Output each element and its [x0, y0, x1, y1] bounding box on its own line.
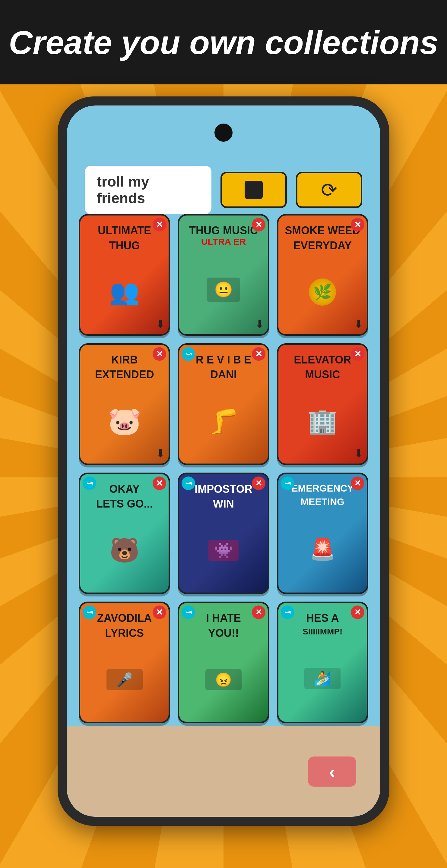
card-image-2: 😐	[184, 250, 263, 330]
card-hes-a-simp[interactable]: ✕ ⤻ HES A SIIIIIMMP! 🏄	[277, 601, 368, 723]
card-title-2: THUG MUSIC	[189, 224, 258, 237]
camera-notch	[214, 124, 233, 142]
card-title-3: SMOKE WEED	[285, 224, 360, 237]
card-image-5: 🦵	[184, 384, 263, 459]
close-icon-12[interactable]: ✕	[351, 606, 364, 619]
card-emergency-meeting[interactable]: ✕ ⤻ EMERGENCY MEETING 🚨	[277, 472, 368, 594]
collection-name-input[interactable]: troll my friends	[85, 166, 211, 214]
card-emoji-9: 🚨	[309, 537, 336, 561]
card-zavodila-lyrics[interactable]: ✕ ⤻ Zavodila LYRICS 🎤	[79, 601, 170, 723]
card-image-11: 😠	[184, 642, 263, 717]
share-icon-8[interactable]: ⤻	[182, 476, 195, 490]
back-button[interactable]: ‹	[308, 756, 356, 786]
card-inner-12: 🏄	[304, 668, 340, 689]
share-icon-10[interactable]: ⤻	[83, 606, 96, 619]
close-icon-2[interactable]: ✕	[252, 218, 265, 231]
refresh-icon: ⟳	[321, 179, 337, 201]
card-inner-8: 👾	[208, 540, 239, 561]
card-emoji-6: 🏢	[307, 407, 337, 435]
download-icon-2[interactable]: ⬇	[255, 318, 264, 331]
card-i-hate-you[interactable]: ✕ ⤻ I HATE YOU!! 😠	[178, 601, 269, 723]
card-title-5: R E V I B E	[196, 354, 251, 366]
card-title2-10: LYRICS	[105, 627, 144, 639]
sound-grid: ✕ ULTIMATE THUG 👥 ⬇ ✕ THUG MUSIC ULTRA E…	[79, 214, 368, 723]
controls-row: troll my friends ⟳	[85, 166, 362, 214]
stop-button[interactable]	[220, 172, 287, 208]
refresh-button[interactable]: ⟳	[296, 172, 362, 208]
page-title: Create you own collections	[9, 23, 438, 61]
card-title-12: HES A	[306, 612, 339, 624]
card-emoji-4: 🐷	[108, 405, 142, 437]
card-title2-8: WIN	[213, 498, 234, 510]
download-icon-3[interactable]: ⬇	[354, 318, 363, 331]
card-title-8: IMPOSTOR	[195, 483, 252, 495]
phone-frame: troll my friends ⟳ ✕ ULTIMATE THUG 👥	[58, 96, 389, 826]
card-impostor-win[interactable]: ✕ ⤻ IMPOSTOR WIN 👾	[178, 472, 269, 594]
card-kirb-extended[interactable]: ✕ KIRB EXTENDED 🐷 ⬇	[79, 343, 170, 465]
download-icon-4[interactable]: ⬇	[156, 447, 165, 460]
card-inner-10: 🎤	[107, 669, 143, 690]
stop-icon	[245, 181, 263, 199]
card-elevator-music[interactable]: ✕ ELEVATOR MUSIC 🏢 ⬇	[277, 343, 368, 465]
card-title2-9: MEETING	[300, 497, 345, 507]
card-okay-lets-go[interactable]: ✕ ⤻ OKAY LETS GO... 🐻	[79, 472, 170, 594]
top-header: Create you own collections	[0, 0, 447, 84]
card-image-12: 🏄	[283, 640, 362, 717]
weed-circle: 🌿	[309, 278, 336, 306]
card-image-9: 🚨	[283, 510, 362, 588]
card-face-2: 😐	[207, 278, 240, 302]
card-inner-11: 😠	[205, 669, 242, 690]
card-title2-1: THUG	[109, 240, 140, 252]
share-icon-5[interactable]: ⤻	[182, 347, 195, 361]
card-title2-11: YOU!!	[208, 627, 239, 639]
card-title-7: OKAY	[109, 483, 140, 495]
card-title-11: I HATE	[206, 612, 241, 624]
card-smoke-weed[interactable]: ✕ SMOKE WEED EVERYDAY 🌿 ⬇	[277, 214, 368, 336]
phone-bottom: ‹	[67, 726, 380, 817]
card-title-1: ULTIMATE	[98, 224, 151, 237]
close-icon-9[interactable]: ✕	[351, 476, 364, 490]
phone-inner: troll my friends ⟳ ✕ ULTIMATE THUG 👥	[67, 105, 380, 817]
card-emoji-7: 🐻	[110, 536, 140, 564]
card-image-7: 🐻	[85, 513, 164, 588]
card-revibe-dani[interactable]: ✕ ⤻ R E V I B E DANI 🦵	[178, 343, 269, 465]
card-title-10: Zavodila	[97, 612, 152, 624]
share-icon-12[interactable]: ⤻	[281, 606, 294, 619]
card-image-6: 🏢	[283, 384, 362, 459]
card-image-8: 👾	[184, 513, 263, 588]
card-title2-12: SIIIIIMMP!	[302, 627, 342, 637]
card-emoji-5: 🦵	[208, 407, 239, 435]
download-icon-6[interactable]: ⬇	[354, 447, 363, 460]
close-icon-8[interactable]: ✕	[252, 476, 265, 490]
close-icon-1[interactable]: ✕	[153, 218, 166, 231]
card-image-4: 🐷	[85, 384, 164, 459]
card-ultimate-thug[interactable]: ✕ ULTIMATE THUG 👥 ⬇	[79, 214, 170, 336]
share-icon-7[interactable]: ⤻	[83, 476, 96, 490]
back-arrow-icon: ‹	[329, 761, 335, 782]
close-icon-7[interactable]: ✕	[153, 476, 166, 490]
card-title2-6: MUSIC	[305, 369, 340, 381]
card-title2-3: EVERYDAY	[294, 240, 352, 252]
close-icon-4[interactable]: ✕	[153, 347, 166, 361]
card-title2-7: LETS GO...	[96, 498, 153, 510]
card-title2-5: DANI	[210, 369, 237, 381]
download-icon-1[interactable]: ⬇	[156, 318, 165, 331]
card-emoji-1: 👥	[110, 278, 140, 306]
card-thug-music[interactable]: ✕ THUG MUSIC ULTRA ER 😐 ⬇	[178, 214, 269, 336]
card-title-6: ELEVATOR	[294, 354, 351, 366]
card-subtitle-2: ULTRA ER	[201, 237, 246, 247]
close-icon-10[interactable]: ✕	[153, 606, 166, 619]
card-image-1: 👥	[85, 254, 164, 330]
close-icon-6[interactable]: ✕	[351, 347, 364, 361]
share-icon-11[interactable]: ⤻	[182, 606, 195, 619]
card-image-10: 🎤	[85, 642, 164, 717]
close-icon-5[interactable]: ✕	[252, 347, 265, 361]
card-title-4: KIRB	[111, 354, 138, 366]
phone-screen: troll my friends ⟳ ✕ ULTIMATE THUG 👥	[67, 105, 380, 817]
card-title2-4: EXTENDED	[95, 369, 154, 381]
card-title-9: EMERGENCY	[291, 483, 354, 494]
share-icon-9[interactable]: ⤻	[281, 476, 294, 490]
close-icon-3[interactable]: ✕	[351, 218, 364, 231]
close-icon-11[interactable]: ✕	[252, 606, 265, 619]
card-image-3: 🌿	[283, 254, 362, 330]
